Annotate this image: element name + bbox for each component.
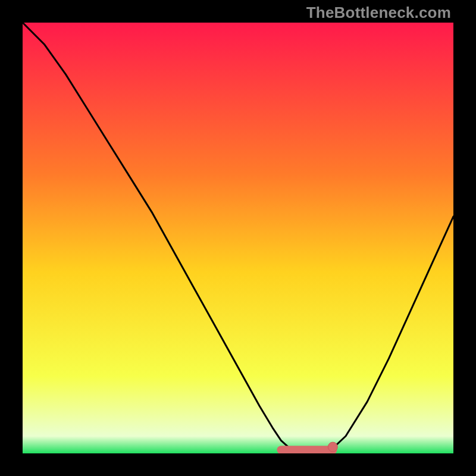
bottleneck-curve [23, 23, 453, 453]
plot-area [23, 23, 453, 453]
watermark-text: TheBottleneck.com [306, 4, 451, 22]
svg-point-1 [328, 442, 337, 452]
chart-frame: TheBottleneck.com [0, 0, 476, 476]
